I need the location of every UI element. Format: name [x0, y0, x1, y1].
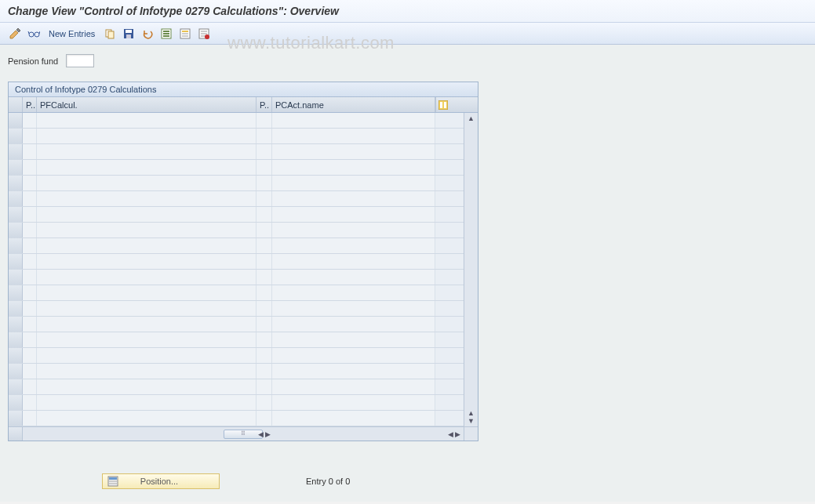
- cell-pfcalcul[interactable]: [37, 113, 257, 128]
- cell-p2[interactable]: [257, 191, 272, 206]
- select-all-icon[interactable]: [159, 27, 173, 41]
- cell-pfcalcul[interactable]: [37, 160, 257, 175]
- cell-p2[interactable]: [257, 270, 272, 285]
- row-selector[interactable]: [9, 411, 23, 426]
- cell-p2[interactable]: [257, 332, 272, 347]
- cell-p2[interactable]: [257, 113, 272, 128]
- cell-p1[interactable]: [23, 129, 37, 143]
- cell-pcact[interactable]: [272, 270, 435, 285]
- cell-p2[interactable]: [257, 207, 272, 222]
- cell-p1[interactable]: [23, 317, 37, 332]
- cell-p1[interactable]: [23, 379, 37, 394]
- copy-icon[interactable]: [103, 27, 117, 41]
- cell-pfcalcul[interactable]: [37, 395, 257, 410]
- row-selector[interactable]: [9, 285, 23, 300]
- cell-p1[interactable]: [23, 191, 37, 206]
- cell-pfcalcul[interactable]: [37, 238, 257, 253]
- cell-p1[interactable]: [23, 395, 37, 410]
- cell-pfcalcul[interactable]: [37, 223, 257, 237]
- cell-pfcalcul[interactable]: [37, 270, 257, 285]
- configure-columns-icon[interactable]: [435, 97, 449, 112]
- cell-p2[interactable]: [257, 285, 272, 300]
- column-header-p2[interactable]: P..: [257, 97, 272, 112]
- cell-p1[interactable]: [23, 301, 37, 316]
- cell-pcact[interactable]: [272, 176, 435, 190]
- scroll-right-end-arrow-icon[interactable]: ▶: [455, 430, 460, 438]
- new-entries-button[interactable]: New Entries: [45, 29, 98, 38]
- cell-pfcalcul[interactable]: [37, 144, 257, 159]
- cell-p2[interactable]: [257, 364, 272, 379]
- row-selector[interactable]: [9, 379, 23, 394]
- cell-p1[interactable]: [23, 285, 37, 300]
- cell-pcact[interactable]: [272, 285, 435, 300]
- cell-pfcalcul[interactable]: [37, 129, 257, 143]
- column-header-pfcalcul[interactable]: PFCalcul.: [37, 97, 257, 112]
- deselect-all-icon[interactable]: [197, 27, 211, 41]
- cell-pfcalcul[interactable]: [37, 285, 257, 300]
- cell-p1[interactable]: [23, 160, 37, 175]
- cell-pcact[interactable]: [272, 113, 435, 128]
- row-selector[interactable]: [9, 254, 23, 269]
- scroll-left-end-arrow-icon[interactable]: ◀: [448, 430, 453, 438]
- cell-pfcalcul[interactable]: [37, 411, 257, 426]
- cell-p2[interactable]: [257, 379, 272, 394]
- cell-pcact[interactable]: [272, 254, 435, 269]
- cell-pcact[interactable]: [272, 207, 435, 222]
- cell-pcact[interactable]: [272, 364, 435, 379]
- cell-pfcalcul[interactable]: [37, 191, 257, 206]
- row-selector[interactable]: [9, 191, 23, 206]
- row-selector[interactable]: [9, 176, 23, 190]
- cell-p1[interactable]: [23, 207, 37, 222]
- cell-pcact[interactable]: [272, 348, 435, 363]
- cell-p1[interactable]: [23, 176, 37, 190]
- horizontal-scroll-thumb[interactable]: ⠿: [224, 430, 263, 439]
- cell-p1[interactable]: [23, 332, 37, 347]
- cell-pfcalcul[interactable]: [37, 364, 257, 379]
- cell-pcact[interactable]: [272, 238, 435, 253]
- cell-p1[interactable]: [23, 254, 37, 269]
- row-selector[interactable]: [9, 364, 23, 379]
- cell-p2[interactable]: [257, 238, 272, 253]
- scroll-down-arrow-icon[interactable]: ▲: [468, 409, 475, 417]
- cell-pfcalcul[interactable]: [37, 332, 257, 347]
- row-selector[interactable]: [9, 301, 23, 316]
- cell-p1[interactable]: [23, 364, 37, 379]
- scroll-right-arrow-icon[interactable]: ▶: [265, 430, 271, 438]
- row-selector[interactable]: [9, 348, 23, 363]
- scroll-down-arrow2-icon[interactable]: ▼: [468, 417, 475, 425]
- cell-pcact[interactable]: [272, 129, 435, 143]
- row-selector[interactable]: [9, 238, 23, 253]
- row-selector[interactable]: [9, 395, 23, 410]
- cell-pcact[interactable]: [272, 332, 435, 347]
- cell-p2[interactable]: [257, 317, 272, 332]
- cell-p2[interactable]: [257, 411, 272, 426]
- cell-pfcalcul[interactable]: [37, 254, 257, 269]
- scroll-left-arrow-icon[interactable]: ◀: [258, 430, 264, 438]
- pension-fund-input[interactable]: [66, 54, 94, 67]
- row-selector[interactable]: [9, 332, 23, 347]
- cell-pfcalcul[interactable]: [37, 301, 257, 316]
- cell-pcact[interactable]: [272, 191, 435, 206]
- cell-p1[interactable]: [23, 270, 37, 285]
- cell-p2[interactable]: [257, 160, 272, 175]
- row-selector[interactable]: [9, 160, 23, 175]
- column-header-p1[interactable]: P..: [23, 97, 37, 112]
- cell-pcact[interactable]: [272, 379, 435, 394]
- cell-p2[interactable]: [257, 144, 272, 159]
- undo-icon[interactable]: [140, 27, 155, 41]
- cell-p1[interactable]: [23, 223, 37, 237]
- cell-p1[interactable]: [23, 411, 37, 426]
- vertical-scrollbar[interactable]: ▲ ▲ ▼: [464, 113, 478, 426]
- cell-pcact[interactable]: [272, 223, 435, 237]
- row-selector[interactable]: [9, 223, 23, 237]
- row-selector[interactable]: [9, 113, 23, 128]
- position-button[interactable]: Position...: [102, 473, 220, 489]
- row-selector[interactable]: [9, 129, 23, 143]
- cell-pcact[interactable]: [272, 160, 435, 175]
- column-header-pcact[interactable]: PCAct.name: [272, 97, 435, 112]
- cell-pfcalcul[interactable]: [37, 317, 257, 332]
- scroll-up-arrow-icon[interactable]: ▲: [468, 114, 475, 122]
- cell-p2[interactable]: [257, 348, 272, 363]
- cell-p1[interactable]: [23, 238, 37, 253]
- cell-pcact[interactable]: [272, 395, 435, 410]
